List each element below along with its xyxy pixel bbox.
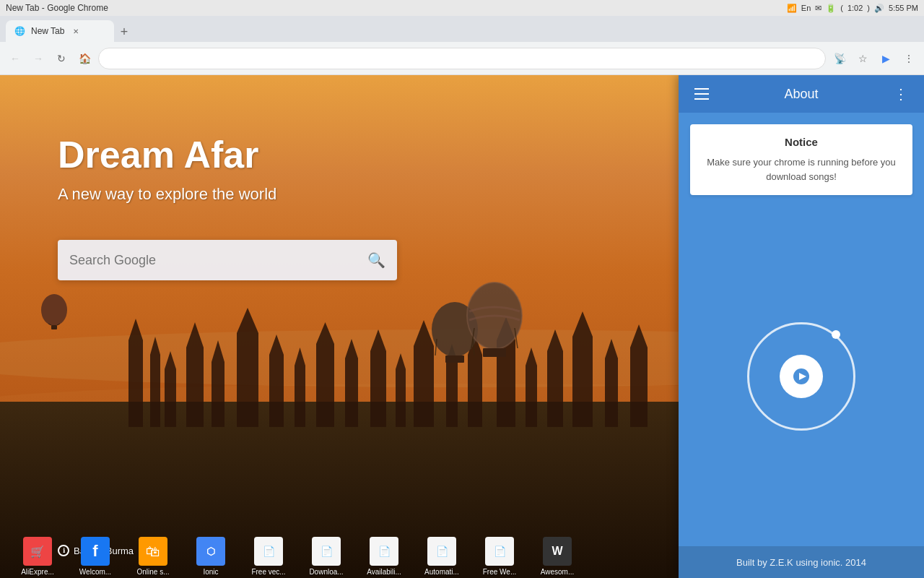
svg-rect-56 [694,93,709,95]
bookmark-icon-availability: 📄 [370,537,398,566]
tab-bar: 🌐 New Tab ✕ + [0,16,924,42]
bookmark-availability[interactable]: 📄 Availabili... [361,537,407,576]
bookmark-download[interactable]: 📄 Downloa... [303,537,349,576]
url-input[interactable] [98,48,826,69]
bookmark-star-button[interactable]: ☆ [853,49,872,68]
bookmark-icon-awesome: W [543,537,572,566]
bookmark-icon-facebook: f [81,537,110,566]
player-ring [747,322,855,431]
chrome-window: 🌐 New Tab ✕ + ← → ↻ 🏠 📡 ☆ ▶ ⋮ [0,16,924,578]
orbit-dot [832,330,840,339]
bookmark-icon-online-store: 🛍 [139,537,167,566]
bookmark-icon-aliexpress: 🛒 [23,537,52,566]
search-container: 🔍 [58,240,397,280]
bookmark-label-online-store: Online s... [130,568,176,576]
bookmark-icon-freevec: 📄 [254,537,283,566]
bookmark-label-aliexpress: AliExpre... [14,568,61,576]
bookmark-label-ionic: Ionic [188,568,234,576]
language-indicator: En [801,4,811,12]
bookmarks-bar: 🛒 AliExpre... f Welcom... 🛍 Online s... … [0,535,650,578]
svg-rect-55 [694,88,709,90]
bookmark-freevec[interactable]: 📄 Free vec... [245,537,292,576]
panel-header: About ⋮ [679,75,924,113]
main-content: Dream Afar A new way to explore the worl… [0,75,924,578]
bookmark-icon-automate: 📄 [427,537,456,566]
active-tab[interactable]: 🌐 New Tab ✕ [6,20,114,42]
cast-button[interactable]: 📡 [830,49,849,68]
os-title-bar: New Tab - Google Chrome 📶 En ✉ 🔋 (1:02) … [0,0,924,16]
bookmark-awesome[interactable]: W Awesom... [534,537,580,576]
bookmark-online-store[interactable]: 🛍 Online s... [130,537,176,576]
music-player [679,207,924,546]
back-button[interactable]: ← [6,49,25,68]
home-button[interactable]: 🏠 [75,49,94,68]
bookmark-icon-freeweb: 📄 [485,537,514,566]
search-input[interactable] [69,253,367,268]
bookmark-label-download: Downloa... [303,568,349,576]
bookmark-ionic[interactable]: ⬡ Ionic [188,537,234,576]
address-bar: ← → ↻ 🏠 📡 ☆ ▶ ⋮ [0,42,924,75]
os-title: New Tab - Google Chrome [6,3,108,13]
panel-more-button[interactable]: ⋮ [889,82,912,105]
reload-button[interactable]: ↻ [52,49,71,68]
about-panel: About ⋮ Notice Make sure your chrome is … [679,75,924,578]
bookmark-icon-download: 📄 [312,537,341,566]
wifi-icon: 📶 [787,4,797,13]
page-content-overlay: Dream Afar A new way to explore the worl… [0,75,924,578]
bookmark-label-automate: Automati... [419,568,465,576]
mail-icon: ✉ [815,4,821,13]
tab-label: New Tab [31,26,64,36]
search-button[interactable]: 🔍 [367,251,385,269]
bookmark-label-freeweb: Free We... [476,568,523,576]
panel-footer: Built by Z.E.K using ionic. 2014 [679,546,924,578]
bookmark-label-freevec: Free vec... [245,568,292,576]
play-button[interactable] [780,355,823,398]
battery-time: ( [840,4,843,12]
bookmark-label-availability: Availabili... [361,568,407,576]
bookmark-icon-ionic: ⬡ [196,537,225,566]
forward-button[interactable]: → [29,49,48,68]
tab-close-button[interactable]: ✕ [70,25,82,37]
chrome-cast-button[interactable]: ▶ [876,49,895,68]
bookmark-aliexpress[interactable]: 🛒 AliExpre... [14,537,61,576]
menu-button[interactable]: ⋮ [899,49,918,68]
panel-menu-button[interactable] [690,82,713,105]
bookmark-automate[interactable]: 📄 Automati... [419,537,465,576]
notice-title: Notice [702,136,901,148]
bookmark-facebook[interactable]: f Welcom... [72,537,118,576]
bookmark-label-facebook: Welcom... [72,568,118,576]
volume-icon: 🔊 [874,4,884,13]
clock: 5:55 PM [889,4,918,12]
bookmark-label-awesome: Awesom... [534,568,580,576]
system-tray: 📶 En ✉ 🔋 (1:02) 🔊 5:55 PM [787,4,918,13]
bookmark-freeweb[interactable]: 📄 Free We... [476,537,523,576]
battery-icon: 🔋 [826,4,836,13]
panel-footer-text: Built by Z.E.K using ionic. 2014 [736,557,866,568]
tab-favicon: 🌐 [14,26,25,36]
new-tab-button[interactable]: + [114,22,134,42]
notice-card: Notice Make sure your chrome is running … [690,124,912,195]
notice-text: Make sure your chrome is running before … [702,155,901,184]
svg-rect-57 [694,98,709,100]
panel-title: About [713,87,889,102]
